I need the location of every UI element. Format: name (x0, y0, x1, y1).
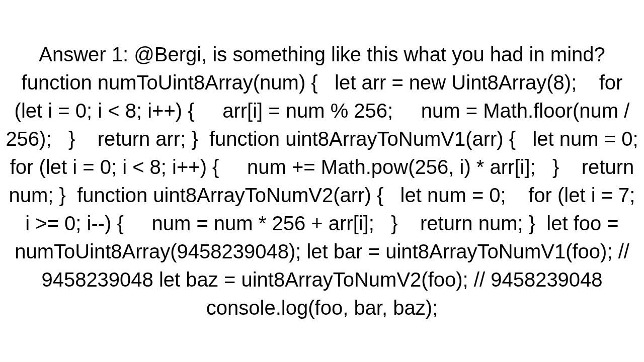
answer-text-block: Answer 1: @Bergi, is something like this… (0, 40, 644, 322)
answer-prefix: Answer 1: (39, 43, 134, 65)
answer-body: @Bergi, is something like this what you … (6, 43, 644, 319)
